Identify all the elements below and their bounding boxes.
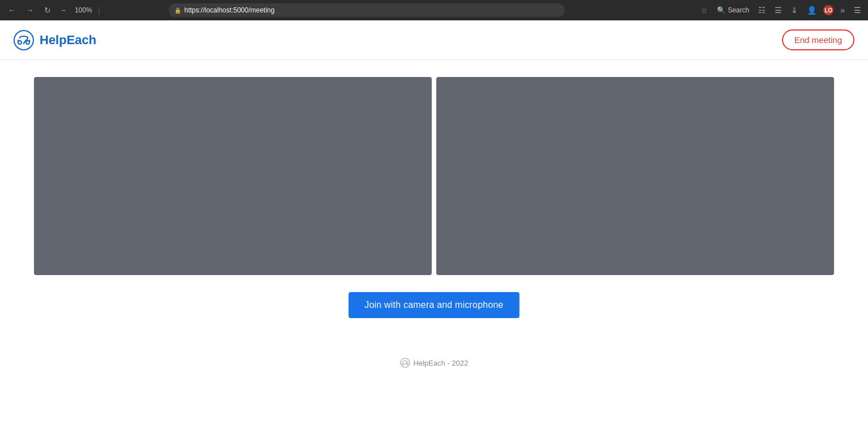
url-display: https://localhost:5000/meeting bbox=[184, 6, 274, 14]
browser-chrome: ← → ↻ − 100% | 🔒 https://localhost:5000/… bbox=[0, 0, 868, 20]
logo[interactable]: HelpEach bbox=[14, 30, 96, 50]
video-panel-local bbox=[34, 77, 432, 275]
svg-point-0 bbox=[14, 31, 33, 50]
app-header: HelpEach End meeting bbox=[0, 20, 868, 60]
download-icon[interactable]: ⇓ bbox=[789, 5, 800, 16]
reload-button[interactable]: ↻ bbox=[41, 3, 54, 17]
logo-help: Help bbox=[40, 33, 67, 47]
bookmark-icon[interactable]: ☆ bbox=[698, 5, 710, 16]
address-bar[interactable]: 🔒 https://localhost:5000/meeting bbox=[169, 3, 565, 17]
join-button[interactable]: Join with camera and microphone bbox=[349, 292, 519, 318]
end-meeting-button[interactable]: End meeting bbox=[782, 29, 854, 50]
zoom-indicator: 100% bbox=[75, 6, 92, 14]
svg-point-6 bbox=[402, 363, 403, 365]
lock-icon: 🔒 bbox=[174, 7, 181, 14]
zoom-level: 100% bbox=[75, 6, 92, 14]
main-content: Join with camera and microphone HelpEach… bbox=[0, 60, 868, 385]
back-button[interactable]: ← bbox=[5, 3, 19, 17]
bookmarks-icon[interactable]: ☰ bbox=[772, 5, 784, 16]
footer: HelpEach - 2022 bbox=[400, 358, 469, 368]
search-icon[interactable]: 🔍 Search bbox=[715, 5, 751, 15]
svg-point-7 bbox=[406, 363, 408, 365]
tab-view-icon[interactable]: ☷ bbox=[756, 5, 768, 16]
url-host: localhost bbox=[205, 6, 231, 14]
url-prefix: https:// bbox=[184, 6, 205, 14]
logo-icon bbox=[14, 30, 34, 50]
logo-each: Each bbox=[67, 33, 97, 47]
zoom-separator: | bbox=[98, 6, 100, 15]
video-panel-remote bbox=[436, 77, 834, 275]
url-path: :5000/meeting bbox=[231, 6, 274, 14]
footer-logo-icon bbox=[400, 358, 410, 368]
menu-icon[interactable]: ☰ bbox=[852, 5, 863, 16]
browser-right-icons: ☆ 🔍 Search ☷ ☰ ⇓ 👤 LO » ☰ bbox=[698, 5, 863, 16]
svg-point-5 bbox=[401, 358, 410, 367]
user-avatar-badge[interactable]: LO bbox=[823, 5, 833, 15]
video-grid bbox=[34, 77, 834, 275]
user-icon[interactable]: 👤 bbox=[805, 5, 819, 16]
footer-text: HelpEach - 2022 bbox=[414, 359, 469, 367]
minimize-button[interactable]: − bbox=[58, 3, 69, 17]
forward-button[interactable]: → bbox=[23, 3, 37, 17]
extensions-icon[interactable]: » bbox=[838, 5, 847, 16]
logo-text: HelpEach bbox=[40, 33, 96, 48]
